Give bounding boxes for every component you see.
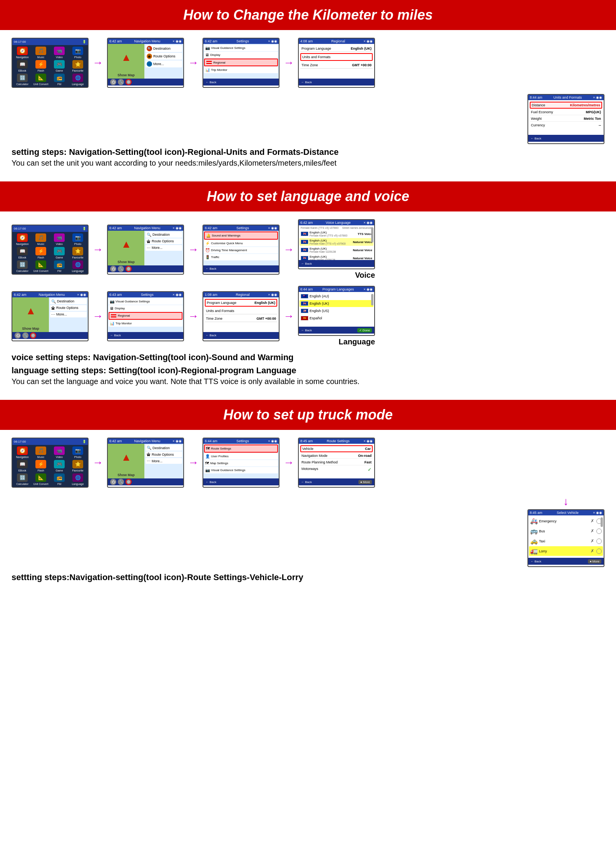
arrow-l3: → bbox=[283, 310, 294, 322]
regional-screen-1: 4:08 am Regional × ◉◉ Program Language E… bbox=[298, 38, 375, 88]
arrow-t1: → bbox=[92, 456, 103, 469]
device-screen-3: 06:17:00 🔋 🧭 Navigation 🎵 Music 📹 Video bbox=[12, 438, 89, 488]
select-vehicle-screen: 8:45 am Select Vehicle × ◉◉ 🚑 Emergency … bbox=[527, 509, 604, 567]
truck-instruction: settting steps:Navigation-setting(tool i… bbox=[12, 572, 604, 582]
voice-instruction: voice setting steps: Navigation-Setting(… bbox=[12, 352, 604, 362]
arrow-t2: → bbox=[188, 456, 199, 469]
route-settings-screen: 8:45 am Route Settings × ◉◉ Vehicle Car … bbox=[298, 438, 375, 488]
nav-menu-screen-l1: 6:42 am Navigation Menu × ◉◉ Show Map 🔍 … bbox=[12, 291, 89, 341]
program-language-screen: 6:44 am Program Languages × ◉◉ 🇦🇺 Englis… bbox=[298, 286, 375, 336]
nav-menu-screen-1: 6:42 am Navigation Menu × ◉◉ Show Map 🔍 … bbox=[107, 38, 184, 88]
instruction-1: setting steps: Navigation-Setting(tool i… bbox=[12, 147, 604, 157]
arrow-v2: → bbox=[188, 243, 199, 256]
screenshots-row-language: 6:42 am Navigation Menu × ◉◉ Show Map 🔍 … bbox=[12, 286, 604, 346]
section-title-2: How to set language and voice bbox=[0, 181, 616, 211]
settings-screen-1: 6:42 am Settings × ◉◉ 📷 Visual Guidance … bbox=[203, 38, 280, 88]
settings-screen-route: 6:44 am Settings × ◉◉ 🗺 Route Settings 👤… bbox=[203, 438, 280, 488]
language-label: Language bbox=[298, 337, 375, 346]
device-screen-2: 06:17:00 🔋 🧭 Navigation 🎵 Music 📹 Video bbox=[12, 225, 89, 275]
arrow-t3: → bbox=[283, 456, 294, 469]
units-formats-screen: 8:44 am Units and Formats × ◉◉ Distance … bbox=[527, 94, 604, 144]
regional-screen-l1: 1:08 am Regional × ◉◉ Program Language E… bbox=[203, 291, 280, 341]
arrow-l2: → bbox=[188, 310, 199, 322]
description-2: You can set the language and voice you w… bbox=[12, 377, 604, 386]
device-screen-1: 06:17:00 🔋 🧭 Navigation 🎵 Music 📹 Video bbox=[12, 38, 89, 88]
arrow-3: → bbox=[283, 57, 294, 69]
settings-screen-l1: 6:43 am Settings × ◉◉ 📷 Visual Guidance … bbox=[107, 291, 184, 341]
section-title-1: How to Change the Kilometer to miles bbox=[0, 0, 616, 30]
screenshots-row-voice: 06:17:00 🔋 🧭 Navigation 🎵 Music 📹 Video bbox=[12, 219, 604, 280]
nav-menu-screen-t1: 6:42 am Navigation Menu × ◉◉ Show Map 🔍 … bbox=[107, 438, 184, 488]
section-title-3: How to set up truck mode bbox=[0, 400, 616, 430]
settings-screen-sound: 6:42 am Settings × ◉◉ 🔔 Sound and Warnin… bbox=[203, 225, 280, 275]
screenshots-row-1: 06:17:00 🔋 🧭 Navigation 🎵 Music 📹 Video bbox=[12, 38, 604, 88]
arrow-l1: → bbox=[92, 310, 103, 322]
arrow-1: → bbox=[92, 57, 103, 69]
voice-label: Voice bbox=[298, 271, 375, 280]
nav-menu-screen-v1: 6:42 am Navigation Menu × ◉◉ Show Map 🔍 … bbox=[107, 225, 184, 275]
lang-instruction: language setting steps: Setting(tool ico… bbox=[12, 366, 604, 376]
arrow-2: → bbox=[188, 57, 199, 69]
arrow-v3: → bbox=[283, 243, 294, 256]
section-truck-mode: How to set up truck mode 06:17:00 🔋 🧭 Na… bbox=[0, 400, 616, 596]
description-1: You can set the unit you want according … bbox=[12, 159, 604, 168]
voice-language-screen: 6:42 am Voice Language × ◉◉ Female Karen… bbox=[298, 219, 375, 269]
arrow-v1: → bbox=[92, 243, 103, 256]
section-km-to-miles: How to Change the Kilometer to miles 06:… bbox=[0, 0, 616, 181]
section-language-voice: How to set language and voice 06:17:00 🔋… bbox=[0, 181, 616, 400]
screenshots-row-truck: 06:17:00 🔋 🧭 Navigation 🎵 Music 📹 Video bbox=[12, 438, 604, 488]
